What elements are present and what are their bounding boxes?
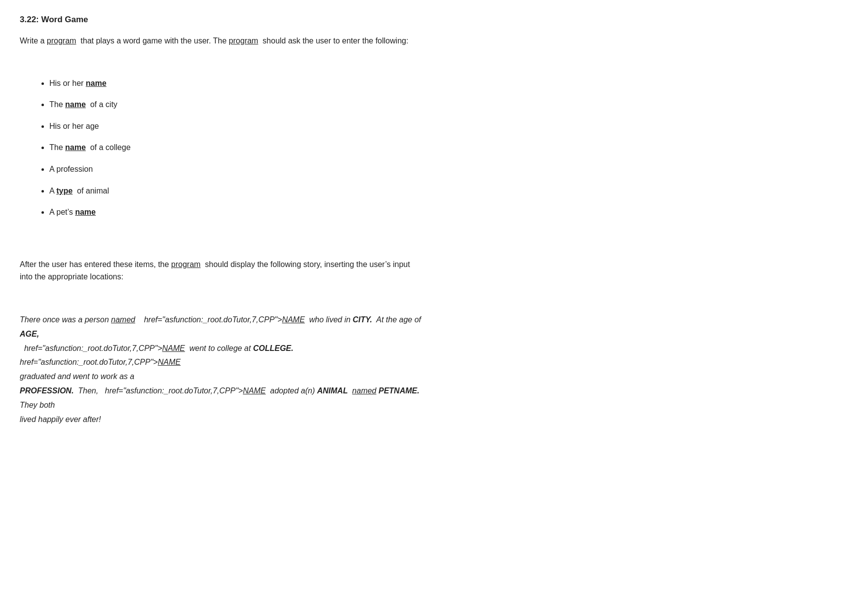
bullet-list: His or her name The name of a city His o…	[20, 77, 424, 219]
list-item-petname: A pet’s name	[49, 206, 424, 219]
program-link-2: program	[229, 37, 259, 45]
named-link-2: named	[352, 386, 377, 395]
list-item-college: The name of a college	[49, 141, 424, 154]
list-item-city: The name of a city	[49, 98, 424, 111]
name-story-1: NAME	[282, 315, 305, 324]
program-link-1: program	[47, 37, 77, 45]
name-link-3: name	[65, 143, 86, 152]
list-item-name: His or her name	[49, 77, 424, 90]
named-link-1: named	[111, 315, 135, 324]
intro-paragraph: Write a program that plays a word game w…	[20, 35, 424, 47]
name-link-1: name	[86, 79, 107, 87]
list-item-profession: A profession	[49, 163, 424, 176]
name-story-4: NAME	[243, 386, 266, 395]
after-paragraph: After the user has entered these items, …	[20, 258, 424, 283]
name-story-2: NAME	[162, 344, 185, 352]
name-link-4: name	[75, 208, 96, 216]
name-link-2: name	[65, 100, 86, 109]
list-item-animal: A type of animal	[49, 185, 424, 197]
name-story-3: NAME	[158, 358, 181, 366]
page-title: 3.22: Word Game	[20, 15, 424, 25]
story-block: There once was a person named href="asfu…	[20, 313, 424, 426]
type-link: type	[56, 187, 73, 195]
list-item-age: His or her age	[49, 120, 424, 133]
program-link-3: program	[171, 260, 201, 269]
